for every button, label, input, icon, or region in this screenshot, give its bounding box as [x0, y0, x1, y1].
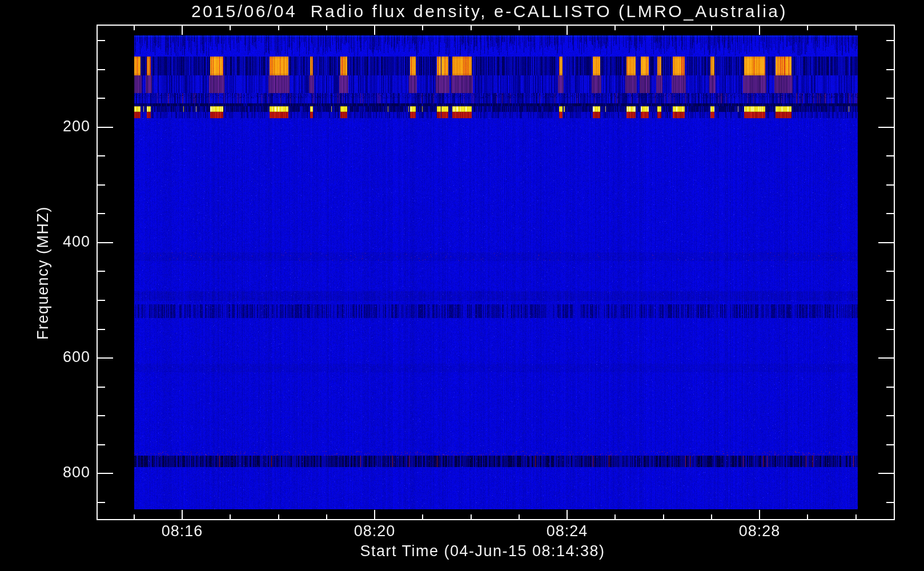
x-tick-label: 08:20	[340, 523, 409, 540]
y-tick-label: 600	[0, 349, 90, 366]
y-tick-label: 200	[0, 118, 90, 135]
spectrogram-page: 2015/06/04 Radio flux density, e-CALLIST…	[0, 0, 924, 571]
y-axis-label: Frequency (MHZ)	[35, 130, 54, 416]
chart-title: 2015/06/04 Radio flux density, e-CALLIST…	[90, 2, 889, 21]
y-tick-label: 800	[0, 464, 90, 481]
x-tick-label: 08:24	[533, 523, 601, 540]
y-tick-label: 400	[0, 234, 90, 251]
x-tick-label: 08:28	[725, 523, 794, 540]
x-axis-label: Start Time (04-Jun-15 08:14:38)	[283, 543, 682, 560]
spectrogram-canvas	[0, 0, 924, 571]
x-tick-label: 08:16	[148, 523, 216, 540]
